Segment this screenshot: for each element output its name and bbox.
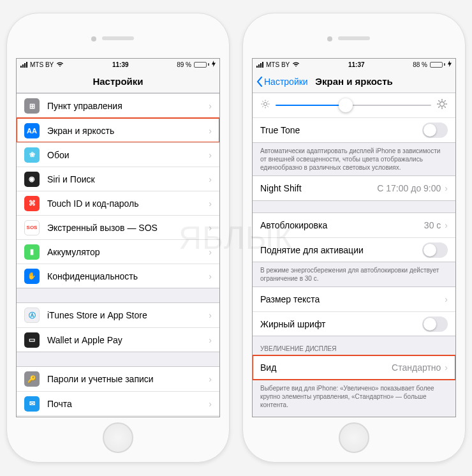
mail-icon: ✉: [24, 396, 40, 412]
settings-row-itunes-appstore[interactable]: ⒶiTunes Store и App Store›: [17, 303, 219, 327]
settings-row-battery[interactable]: ▮Аккумулятор›: [17, 239, 219, 264]
emergency-sos-icon: SOS: [24, 220, 40, 235]
settings-row-wallet-applepay[interactable]: ▭Wallet и Apple Pay›: [17, 327, 219, 352]
charging-icon: [212, 61, 216, 68]
svg-line-17: [445, 100, 446, 101]
battery-icon: [430, 62, 445, 68]
bold-text-toggle[interactable]: [422, 316, 448, 332]
clock: 11:39: [112, 61, 129, 68]
true-tone-label: True Tone: [260, 125, 422, 135]
row-label: Пункт управления: [47, 101, 209, 111]
back-button[interactable]: Настройки: [256, 77, 308, 87]
status-bar: MTS BY 11:37 88 %: [253, 59, 455, 70]
settings-row-passwords-accounts[interactable]: 🔑Пароли и учетные записи›: [17, 367, 219, 391]
svg-line-14: [438, 100, 439, 101]
battery-icon: [194, 62, 209, 68]
auto-lock-label: Автоблокировка: [260, 220, 424, 230]
wifi-icon: [292, 61, 300, 68]
night-shift-label: Night Shift: [260, 183, 377, 193]
brightness-slider[interactable]: [276, 105, 431, 106]
raise-to-wake-toggle[interactable]: [422, 242, 448, 258]
chevron-right-icon: ›: [209, 335, 212, 345]
row-label: Siri и Поиск: [47, 174, 209, 184]
settings-row-control-center[interactable]: ⊞Пункт управления›: [17, 94, 219, 118]
home-button[interactable]: [339, 422, 369, 453]
clock: 11:37: [348, 61, 365, 68]
svg-line-15: [445, 107, 446, 108]
battery-pct: 89 %: [177, 61, 191, 68]
true-tone-toggle[interactable]: [422, 123, 448, 138]
settings-group-2: ⒶiTunes Store и App Store›▭Wallet и Appl…: [17, 302, 219, 352]
view-row[interactable]: Вид Стандартно ›: [253, 355, 455, 380]
display-brightness-icon: AA: [24, 123, 40, 138]
wallet-applepay-icon: ▭: [24, 332, 40, 348]
carrier-label: MTS BY: [30, 61, 54, 68]
display-zoom-header: УВЕЛИЧЕНИЕ ДИСПЛЕЯ: [253, 336, 455, 355]
svg-point-0: [264, 103, 267, 106]
settings-row-wallpaper[interactable]: ❀Обои›: [17, 142, 219, 167]
chevron-right-icon: ›: [209, 399, 212, 409]
view-note: Выберите вид для iPhone: «Увеличено» пок…: [253, 380, 455, 413]
text-size-label: Размер текста: [260, 294, 445, 304]
phone-left: MTS BY 11:39 89 % Настройки ⊞Пункт: [6, 13, 230, 463]
settings-row-siri-search[interactable]: ◉Siri и Поиск›: [17, 167, 219, 191]
night-shift-value: С 17:00 до 9:00: [377, 183, 441, 193]
phone-speaker: [102, 36, 134, 40]
bold-text-row[interactable]: Жирный шрифт: [253, 311, 455, 336]
settings-row-contacts[interactable]: 👤Контакты›: [17, 415, 219, 417]
wallpaper-icon: ❀: [24, 147, 40, 163]
true-tone-note: Автоматически адаптировать дисплей iPhon…: [253, 143, 455, 175]
raise-to-wake-row[interactable]: Поднятие для активации: [253, 237, 455, 262]
privacy-icon: ✋: [24, 269, 40, 284]
auto-lock-row[interactable]: Автоблокировка 30 с ›: [253, 213, 455, 237]
row-label: iTunes Store и App Store: [47, 310, 209, 320]
row-label: Wallet и Apple Pay: [47, 335, 209, 345]
true-tone-row[interactable]: True Tone: [253, 118, 455, 142]
settings-row-privacy[interactable]: ✋Конфиденциальность›: [17, 264, 219, 288]
back-label: Настройки: [264, 77, 308, 87]
battery-pct: 88 %: [413, 61, 427, 68]
settings-row-emergency-sos[interactable]: SOSЭкстренный вызов — SOS›: [17, 215, 219, 239]
svg-line-7: [262, 106, 263, 107]
carrier-label: MTS BY: [266, 61, 290, 68]
settings-row-touch-id[interactable]: ⌘Touch ID и код-пароль›: [17, 191, 219, 215]
signal-icon: [256, 62, 263, 68]
wifi-icon: [56, 61, 64, 68]
phone-camera: [327, 36, 332, 41]
view-value: Стандартно: [392, 362, 441, 373]
settings-row-display-brightness[interactable]: AAЭкран и яркость›: [17, 118, 219, 142]
auto-lock-value: 30 с: [424, 220, 441, 230]
phone-camera: [91, 36, 96, 41]
chevron-right-icon: ›: [445, 220, 448, 230]
chevron-right-icon: ›: [209, 198, 212, 209]
battery-icon: ▮: [24, 244, 40, 260]
svg-line-16: [438, 107, 439, 108]
chevron-right-icon: ›: [445, 362, 448, 373]
row-label: Touch ID и код-пароль: [47, 198, 209, 209]
svg-point-9: [440, 102, 445, 107]
slider-thumb[interactable]: [339, 98, 353, 112]
chevron-right-icon: ›: [209, 150, 212, 160]
nav-bar: Настройки Экран и яркость: [253, 70, 455, 93]
settings-row-mail[interactable]: ✉Почта›: [17, 391, 219, 415]
status-bar: MTS BY 11:39 89 %: [17, 59, 219, 70]
page-title: Настройки: [92, 76, 143, 87]
text-size-row[interactable]: Размер текста ›: [253, 287, 455, 311]
svg-line-5: [262, 101, 263, 101]
brightness-high-icon: [436, 98, 448, 112]
row-label: Обои: [47, 150, 209, 160]
siri-search-icon: ◉: [24, 172, 40, 187]
brightness-slider-row: [253, 93, 455, 118]
touch-id-icon: ⌘: [24, 196, 40, 211]
raise-to-wake-label: Поднятие для активации: [260, 245, 422, 255]
chevron-right-icon: ›: [209, 223, 212, 233]
chevron-right-icon: ›: [209, 374, 212, 384]
charging-icon: [448, 61, 452, 68]
night-shift-row[interactable]: Night Shift С 17:00 до 9:00 ›: [253, 176, 455, 200]
bold-text-label: Жирный шрифт: [260, 319, 422, 329]
home-button[interactable]: [103, 422, 133, 453]
settings-group-3: 🔑Пароли и учетные записи›✉Почта›👤Контакт…: [17, 366, 219, 417]
phone-right: MTS BY 11:37 88 % Настройки: [242, 13, 466, 463]
chevron-right-icon: ›: [209, 101, 212, 111]
control-center-icon: ⊞: [24, 98, 40, 114]
